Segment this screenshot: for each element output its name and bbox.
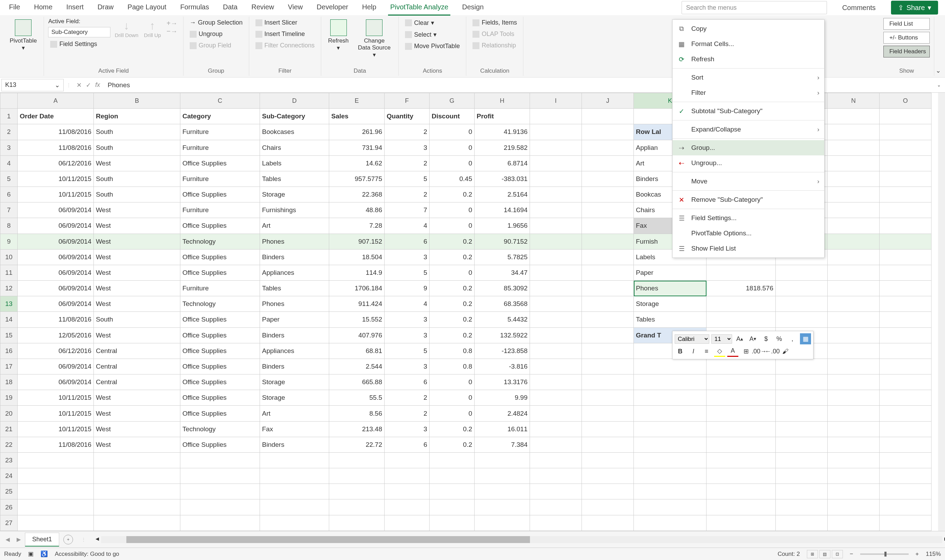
data-cell[interactable]: Office Supplies bbox=[180, 218, 260, 234]
cell[interactable] bbox=[530, 218, 582, 234]
data-header[interactable]: Order Date bbox=[18, 109, 94, 124]
sheet-nav-next[interactable]: ▶ bbox=[14, 536, 23, 543]
data-cell[interactable]: 213.48 bbox=[329, 421, 385, 437]
data-cell[interactable]: 2 bbox=[385, 155, 429, 171]
sheet-tab[interactable]: Sheet1 bbox=[25, 533, 59, 546]
row-header-8[interactable]: 8 bbox=[0, 218, 18, 234]
cell[interactable] bbox=[180, 484, 260, 499]
cell[interactable] bbox=[18, 452, 94, 468]
cell[interactable] bbox=[880, 484, 931, 499]
data-cell[interactable]: Appliances bbox=[260, 265, 329, 280]
data-cell[interactable]: 06/09/2014 bbox=[18, 281, 94, 296]
cell[interactable] bbox=[475, 468, 530, 484]
cell[interactable] bbox=[582, 218, 634, 234]
data-cell[interactable]: Furniture bbox=[180, 140, 260, 155]
cell[interactable] bbox=[429, 452, 475, 468]
row-header-24[interactable]: 24 bbox=[0, 468, 18, 484]
cell[interactable] bbox=[828, 437, 880, 452]
data-cell[interactable]: 7.28 bbox=[329, 218, 385, 234]
data-cell[interactable]: 12/05/2016 bbox=[18, 328, 94, 343]
cell[interactable] bbox=[530, 358, 582, 374]
column-header-I[interactable]: I bbox=[530, 93, 582, 109]
data-cell[interactable]: 0.45 bbox=[429, 171, 475, 186]
data-cell[interactable]: 9.99 bbox=[475, 390, 530, 406]
data-cell[interactable]: 90.7152 bbox=[475, 234, 530, 249]
cell[interactable] bbox=[828, 218, 880, 234]
data-cell[interactable]: Storage bbox=[260, 374, 329, 390]
data-cell[interactable]: 3 bbox=[385, 358, 429, 374]
data-cell[interactable]: Phones bbox=[260, 296, 329, 312]
data-cell[interactable]: 0.8 bbox=[429, 358, 475, 374]
data-cell[interactable]: 06/09/2014 bbox=[18, 234, 94, 249]
data-cell[interactable]: 11/08/2016 bbox=[18, 312, 94, 328]
cell[interactable] bbox=[706, 390, 776, 406]
cell[interactable] bbox=[706, 452, 776, 468]
ribbon-tab-formulas[interactable]: Formulas bbox=[178, 0, 211, 15]
cell[interactable] bbox=[880, 499, 931, 515]
cell[interactable]: Storage bbox=[634, 296, 706, 312]
ribbon-tab-help[interactable]: Help bbox=[360, 0, 379, 15]
cell[interactable] bbox=[706, 421, 776, 437]
data-cell[interactable]: 06/09/2014 bbox=[18, 358, 94, 374]
ribbon-tab-draw[interactable]: Draw bbox=[95, 0, 116, 15]
cell[interactable] bbox=[776, 281, 828, 296]
data-cell[interactable]: 0.2 bbox=[429, 328, 475, 343]
data-cell[interactable]: 2 bbox=[385, 187, 429, 203]
data-cell[interactable]: West bbox=[94, 296, 180, 312]
cell[interactable] bbox=[880, 437, 931, 452]
cell[interactable] bbox=[828, 374, 880, 390]
cell[interactable] bbox=[530, 468, 582, 484]
data-cell[interactable]: Technology bbox=[180, 421, 260, 437]
data-cell[interactable]: Office Supplies bbox=[180, 249, 260, 265]
cell[interactable] bbox=[582, 234, 634, 249]
cell[interactable] bbox=[880, 452, 931, 468]
row-header-23[interactable]: 23 bbox=[0, 452, 18, 468]
data-cell[interactable]: 48.86 bbox=[329, 203, 385, 218]
menu-item-field-settings-[interactable]: ☰Field Settings... bbox=[673, 211, 824, 226]
comments-button[interactable]: Comments bbox=[837, 1, 881, 15]
cell[interactable] bbox=[385, 452, 429, 468]
cell[interactable] bbox=[880, 328, 931, 343]
column-header-G[interactable]: G bbox=[429, 93, 475, 109]
cell[interactable] bbox=[880, 281, 931, 296]
cell[interactable] bbox=[880, 343, 931, 358]
data-cell[interactable]: South bbox=[94, 171, 180, 186]
data-cell[interactable]: Central bbox=[94, 358, 180, 374]
data-cell[interactable]: 18.504 bbox=[329, 249, 385, 265]
data-cell[interactable]: 06/09/2014 bbox=[18, 374, 94, 390]
plus-minus-toggle[interactable]: +/- Buttons bbox=[883, 32, 930, 44]
cell[interactable] bbox=[582, 515, 634, 531]
cell[interactable] bbox=[828, 249, 880, 265]
expand-collapse-button[interactable]: +→−→ bbox=[165, 18, 179, 37]
data-cell[interactable]: Office Supplies bbox=[180, 328, 260, 343]
data-header[interactable]: Sales bbox=[329, 109, 385, 124]
row-header-1[interactable]: 1 bbox=[0, 109, 18, 124]
cell[interactable]: Phones bbox=[634, 281, 706, 296]
insert-slicer-button[interactable]: Insert Slicer bbox=[253, 18, 317, 27]
data-cell[interactable]: -3.816 bbox=[475, 358, 530, 374]
data-cell[interactable]: 22.368 bbox=[329, 187, 385, 203]
cell[interactable] bbox=[828, 499, 880, 515]
cell[interactable] bbox=[828, 265, 880, 280]
data-cell[interactable]: 3 bbox=[385, 312, 429, 328]
cell[interactable] bbox=[776, 484, 828, 499]
percent-format-icon[interactable]: % bbox=[774, 333, 785, 345]
cell[interactable] bbox=[18, 468, 94, 484]
data-cell[interactable]: Office Supplies bbox=[180, 406, 260, 421]
data-cell[interactable]: Storage bbox=[260, 187, 329, 203]
data-cell[interactable]: 6 bbox=[385, 437, 429, 452]
cell[interactable] bbox=[18, 515, 94, 531]
cell[interactable] bbox=[429, 468, 475, 484]
cell[interactable] bbox=[828, 296, 880, 312]
cell[interactable] bbox=[828, 515, 880, 531]
data-cell[interactable]: Binders bbox=[260, 249, 329, 265]
data-cell[interactable]: 0.2 bbox=[429, 437, 475, 452]
data-cell[interactable]: Office Supplies bbox=[180, 390, 260, 406]
add-sheet-button[interactable]: + bbox=[63, 535, 73, 545]
cell[interactable] bbox=[582, 124, 634, 140]
cell[interactable] bbox=[530, 296, 582, 312]
font-select[interactable]: Calibri bbox=[675, 334, 709, 344]
increase-font-icon[interactable]: A▴ bbox=[734, 333, 745, 345]
bold-icon[interactable]: B bbox=[675, 346, 686, 357]
cell[interactable] bbox=[828, 484, 880, 499]
